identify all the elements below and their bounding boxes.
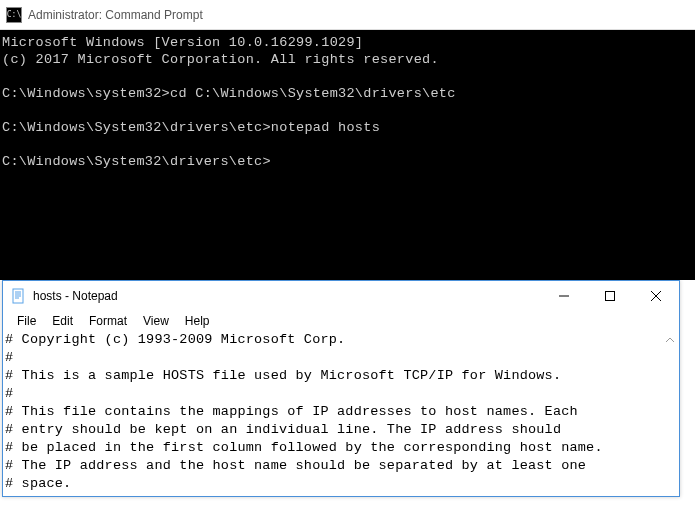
menu-file[interactable]: File	[9, 312, 44, 330]
notepad-icon	[11, 288, 27, 304]
notepad-menubar: File Edit Format View Help	[3, 311, 679, 331]
notepad-title: hosts - Notepad	[33, 289, 541, 303]
command-prompt-window: C:\ Administrator: Command Prompt Micros…	[0, 0, 695, 280]
cmd-line: C:\Windows\system32>cd C:\Windows\System…	[2, 86, 456, 101]
text-line: # This file contains the mappings of IP …	[5, 404, 578, 419]
cmd-line: (c) 2017 Microsoft Corporation. All righ…	[2, 52, 439, 67]
text-line: # be placed in the first column followed…	[5, 440, 603, 455]
text-line: # Copyright (c) 1993-2009 Microsoft Corp…	[5, 332, 345, 347]
menu-edit[interactable]: Edit	[44, 312, 81, 330]
cmd-line: Microsoft Windows [Version 10.0.16299.10…	[2, 35, 363, 50]
cmd-line: C:\Windows\System32\drivers\etc>notepad …	[2, 120, 380, 135]
cmd-icon: C:\	[6, 7, 22, 23]
text-line: # The IP address and the host name shoul…	[5, 458, 586, 473]
text-line: # space.	[5, 476, 71, 491]
menu-format[interactable]: Format	[81, 312, 135, 330]
close-button[interactable]	[633, 281, 679, 311]
notepad-window: hosts - Notepad File Edit Format View He…	[2, 280, 680, 497]
text-line: #	[5, 386, 13, 401]
text-line: # This is a sample HOSTS file used by Mi…	[5, 368, 561, 383]
svg-rect-6	[606, 292, 615, 301]
maximize-button[interactable]	[587, 281, 633, 311]
menu-help[interactable]: Help	[177, 312, 218, 330]
text-line: # entry should be kept on an individual …	[5, 422, 561, 437]
notepad-titlebar[interactable]: hosts - Notepad	[3, 281, 679, 311]
cmd-titlebar[interactable]: C:\ Administrator: Command Prompt	[0, 0, 695, 30]
scroll-up-icon[interactable]	[663, 335, 677, 347]
cmd-title: Administrator: Command Prompt	[28, 8, 203, 22]
notepad-body-wrap: # Copyright (c) 1993-2009 Microsoft Corp…	[3, 331, 679, 496]
text-line: #	[5, 350, 13, 365]
window-controls	[541, 281, 679, 311]
menu-view[interactable]: View	[135, 312, 177, 330]
notepad-text-area[interactable]: # Copyright (c) 1993-2009 Microsoft Corp…	[3, 331, 679, 496]
minimize-button[interactable]	[541, 281, 587, 311]
cmd-line: C:\Windows\System32\drivers\etc>	[2, 154, 271, 169]
cmd-terminal-output[interactable]: Microsoft Windows [Version 10.0.16299.10…	[0, 30, 695, 280]
